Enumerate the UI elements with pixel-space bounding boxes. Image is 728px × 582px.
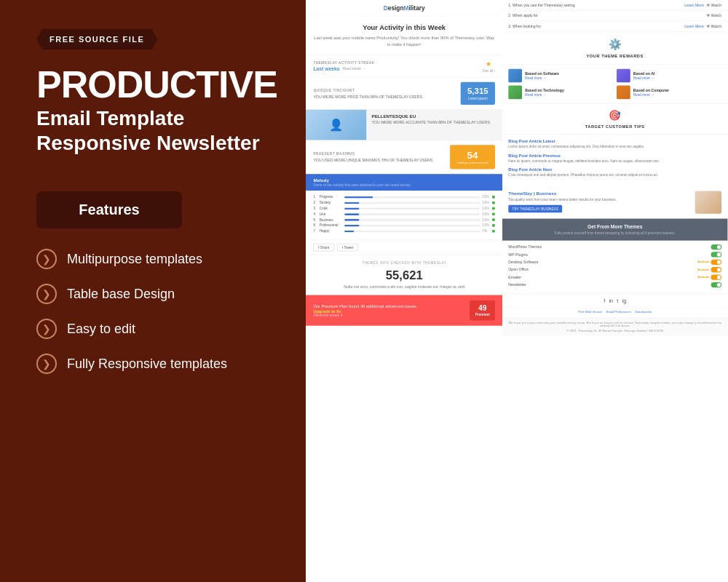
blog-post-title-2: Blog Post Article Next: [508, 167, 721, 172]
grid-item-title-2: Based on Technology: [525, 88, 564, 92]
target-icon: 🎯: [508, 109, 721, 121]
streak-link[interactable]: Read streak →: [343, 67, 365, 71]
email-hero: Your Activity in this Week Last week was…: [306, 16, 502, 55]
right-email-row-2: 2. When apply for 👁 Watch: [502, 11, 727, 22]
stat-sublabel: Lorem ipsum: [467, 97, 488, 100]
read-more-3[interactable]: Read more →: [633, 92, 669, 96]
toggle-openoffice: Open Office Activate: [508, 267, 721, 272]
blog-post-text-2: Cras consequat erat sed aliquet pretium.…: [508, 173, 721, 178]
read-more-1[interactable]: Read more →: [633, 76, 655, 79]
business-section: ThemeSlаy | Business Top-quality work fr…: [502, 186, 727, 218]
learn-more-link-1[interactable]: Learn More: [684, 3, 704, 7]
twitter-icon[interactable]: t: [617, 298, 618, 303]
feature-text-4: Fully Responsive templates: [67, 356, 227, 372]
badge: FREE SOURCE FILE: [36, 29, 157, 49]
footer-links-row: Free Web Version Email Preferences Unsub…: [502, 308, 727, 318]
toggle-newsletter: Newsletter: [508, 282, 721, 287]
subtitle: Email Template Responsive Newsletter: [36, 106, 269, 155]
email-footer: We hope you enjoy monitoring your weekly…: [502, 318, 727, 335]
chart-row-5: 6 Professional 11%: [313, 223, 495, 227]
email-preview-right: 1. When you use the Themeslay setting Le…: [502, 0, 728, 582]
get-more-sub: Fully protect yourself from theme design…: [508, 231, 721, 235]
toggle-emailer: Emailer Activate: [508, 274, 721, 279]
premium-sublabel: Premium: [475, 313, 490, 316]
footer-link-web[interactable]: Free Web Version: [578, 310, 602, 314]
grid-item-title-0: Based on Software: [525, 72, 559, 76]
see-all[interactable]: See all ›: [483, 69, 495, 73]
email-melody-bar: Melody Some of the melody that were dete…: [306, 174, 502, 191]
highlight-sublabel: Tristique porta euismod: [456, 162, 488, 165]
blog-post-title-1: Blog Post Article Previous: [508, 153, 721, 157]
subtitle-line1: Email Template: [36, 107, 184, 129]
highlight-label: PRAESENT MAXIMUS: [313, 152, 433, 156]
footer-address: © 2021, Themeslay St. 30 Market Sample, …: [508, 329, 721, 332]
social-section: f in t ig: [502, 294, 727, 308]
toggle-openoffice-switch[interactable]: [711, 267, 722, 272]
img-section-title: PELLENTESQUE EU: [371, 113, 491, 119]
get-more-section: Get From More Themes Fully protect yours…: [502, 218, 727, 240]
highlight-number: 54: [456, 149, 488, 161]
instagram-icon[interactable]: ig: [622, 298, 627, 303]
thumb-software: [508, 69, 522, 83]
email-preview-left: DesignMilitary Your Activity in this Wee…: [306, 0, 502, 582]
stat-number-box: 5,315 Lorem ipsum: [461, 82, 495, 105]
main-title: PRODUCTIVE: [36, 65, 269, 103]
business-btn[interactable]: TRY THEMESLAY BUSINESS: [508, 205, 562, 212]
chart-row-1: 2 Society 11%: [313, 201, 495, 204]
toggle-wordpress: WordPress Themes: [508, 244, 721, 250]
blog-post-title-0: Blog Post Article Latest: [508, 139, 721, 143]
read-more-0[interactable]: Read more →: [525, 76, 559, 79]
email-share: f Share t Tweet: [306, 240, 502, 255]
blog-post-text-0: Lorem ipsum dolor sit amet, consectetur …: [508, 145, 721, 150]
email-hero-text: Last week was your mobile name Productiv…: [313, 35, 495, 47]
email-inner-left-content: DesignMilitary Your Activity in this Wee…: [306, 0, 502, 326]
share-facebook-btn[interactable]: f Share: [313, 244, 334, 251]
email-themes-section: THEMES INFO CHECKED WITH THEMESLAY 55,62…: [306, 255, 502, 295]
email-hero-title: Your Activity in this Week: [313, 24, 495, 32]
linkedin-icon[interactable]: in: [609, 298, 613, 303]
footer-link-unsub[interactable]: Unsubscribe: [635, 310, 652, 314]
footer-link-email[interactable]: Email Preferences: [606, 310, 631, 314]
melody-sub: Some of the melody that were detected in…: [313, 183, 495, 187]
target-title: TARGET CUSTOMER TIPS: [508, 124, 721, 129]
themes-label: THEMES INFO CHECKED WITH THEMESLAY: [313, 261, 495, 265]
business-img: [695, 191, 721, 213]
read-more-2[interactable]: Read more →: [525, 92, 564, 96]
feature-easy-edit: ❯ Easy to edit: [36, 319, 269, 339]
feature-text-1: Multipurpose templates: [67, 252, 202, 267]
email-streak: THEMESLAY ACTIVITY STREAK Last weeks Rea…: [306, 55, 502, 78]
email-premium: Our Premium Plan found 49 additional adv…: [306, 295, 502, 326]
grid-item-1: Based on AI Read more →: [617, 69, 721, 83]
toggles-section: WordPress Themes WP Plugins Desktop Soft…: [502, 241, 727, 294]
premium-text: Our Premium Plan found 49 additional adv…: [313, 304, 417, 308]
toggle-newsletter-switch[interactable]: [711, 282, 722, 287]
thumb-ai: [617, 69, 630, 83]
left-panel: FREE SOURCE FILE PRODUCTIVE Email Templa…: [0, 0, 306, 582]
target-section: 🎯 TARGET CUSTOMER TIPS: [502, 104, 727, 135]
learn-more-link-3[interactable]: Learn More: [684, 24, 704, 28]
email-img-placeholder: 👤: [306, 110, 366, 140]
blog-posts: Blog Post Article Latest Lorem ipsum dol…: [502, 135, 727, 187]
toggle-emailer-switch[interactable]: [711, 274, 722, 279]
img-section-desc: YOU WERE MORE ACCURATE THAN 88% OF THEME…: [371, 120, 491, 124]
grid-item-3: Based on Computer Read more →: [617, 86, 721, 100]
highlight-desc: YOU USED MORE UNIQUE MAXIMUS 78% OF THEM…: [313, 158, 433, 162]
get-more-title: Get From More Themes: [508, 224, 721, 230]
right-email-row-1: 1. When you use the Themeslay setting Le…: [502, 0, 727, 11]
toggle-desktop-switch[interactable]: [711, 260, 722, 265]
chevron-right-icon-3: ❯: [36, 319, 57, 339]
grid-item-title-3: Based on Computer: [633, 88, 669, 92]
rewards-title: YOUR THEME REWARDS: [508, 53, 721, 57]
grid-item-2: Based on Technology Read more →: [508, 86, 613, 100]
toggle-wordpress-switch[interactable]: [711, 244, 722, 250]
stat-number: 5,315: [467, 87, 488, 97]
star-icon: ★: [486, 60, 491, 68]
email-logo: DesignMilitary: [313, 4, 495, 11]
share-twitter-btn[interactable]: t Tweet: [337, 244, 358, 251]
upgrade-sub: Advanced Issues ✦: [313, 313, 417, 316]
facebook-icon[interactable]: f: [604, 298, 605, 303]
email-image-section: 👤 PELLENTESQUE EU YOU WERE MORE ACCURATE…: [306, 110, 502, 140]
chevron-right-icon: ❯: [36, 249, 57, 269]
premium-number: 49 Premium: [470, 300, 495, 321]
toggle-wp-plugins-switch[interactable]: [711, 252, 722, 257]
